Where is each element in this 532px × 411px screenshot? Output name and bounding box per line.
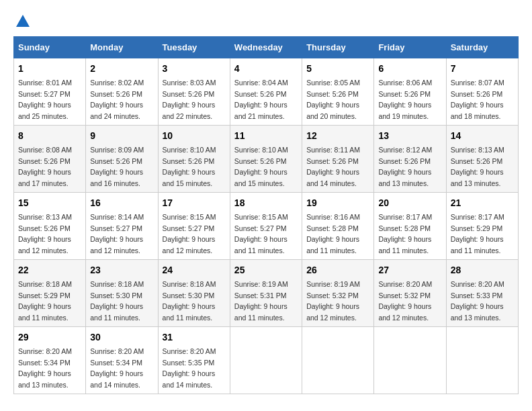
day-of-week-header: Wednesday (230, 37, 302, 58)
calendar-cell: 18 Sunrise: 8:15 AMSunset: 5:27 PMDaylig… (230, 193, 302, 260)
calendar-cell: 29 Sunrise: 8:20 AMSunset: 5:34 PMDaylig… (14, 327, 86, 394)
calendar-cell: 23 Sunrise: 8:18 AMSunset: 5:30 PMDaylig… (86, 260, 158, 327)
calendar-table: SundayMondayTuesdayWednesdayThursdayFrid… (13, 36, 519, 394)
calendar-cell: 7 Sunrise: 8:07 AMSunset: 5:26 PMDayligh… (446, 58, 518, 126)
calendar-cell: 12 Sunrise: 8:11 AMSunset: 5:26 PMDaylig… (302, 126, 374, 193)
day-info: Sunrise: 8:04 AMSunset: 5:26 PMDaylight:… (234, 79, 288, 120)
day-number: 20 (378, 196, 441, 210)
day-info: Sunrise: 8:17 AMSunset: 5:29 PMDaylight:… (451, 213, 504, 255)
day-number: 23 (90, 263, 153, 277)
calendar-cell (446, 327, 518, 394)
calendar-cell: 14 Sunrise: 8:13 AMSunset: 5:26 PMDaylig… (446, 126, 518, 193)
calendar-cell: 27 Sunrise: 8:20 AMSunset: 5:32 PMDaylig… (374, 260, 446, 327)
day-of-week-header: Sunday (14, 37, 86, 58)
day-number: 31 (163, 330, 226, 345)
calendar-cell: 22 Sunrise: 8:18 AMSunset: 5:29 PMDaylig… (14, 260, 86, 327)
logo-icon (15, 13, 31, 30)
calendar-cell: 21 Sunrise: 8:17 AMSunset: 5:29 PMDaylig… (446, 193, 518, 260)
day-number: 16 (90, 196, 153, 210)
day-number: 19 (306, 196, 369, 210)
day-number: 24 (163, 263, 226, 277)
day-info: Sunrise: 8:20 AMSunset: 5:32 PMDaylight:… (378, 280, 432, 322)
calendar-week-row: 22 Sunrise: 8:18 AMSunset: 5:29 PMDaylig… (14, 260, 519, 327)
day-header-row: SundayMondayTuesdayWednesdayThursdayFrid… (14, 37, 519, 58)
day-info: Sunrise: 8:08 AMSunset: 5:26 PMDaylight:… (18, 146, 72, 187)
calendar-cell: 2 Sunrise: 8:02 AMSunset: 5:26 PMDayligh… (86, 58, 158, 126)
day-info: Sunrise: 8:11 AMSunset: 5:26 PMDaylight:… (306, 146, 360, 187)
calendar-cell: 16 Sunrise: 8:14 AMSunset: 5:27 PMDaylig… (86, 193, 158, 260)
day-info: Sunrise: 8:20 AMSunset: 5:35 PMDaylight:… (163, 347, 216, 389)
calendar-cell: 3 Sunrise: 8:03 AMSunset: 5:26 PMDayligh… (158, 58, 230, 126)
day-info: Sunrise: 8:15 AMSunset: 5:27 PMDaylight:… (234, 213, 288, 255)
calendar-cell: 15 Sunrise: 8:13 AMSunset: 5:26 PMDaylig… (14, 193, 86, 260)
calendar-cell: 9 Sunrise: 8:09 AMSunset: 5:26 PMDayligh… (86, 126, 158, 193)
day-number: 29 (18, 330, 81, 345)
day-info: Sunrise: 8:20 AMSunset: 5:33 PMDaylight:… (451, 280, 504, 322)
day-info: Sunrise: 8:06 AMSunset: 5:26 PMDaylight:… (378, 79, 432, 120)
day-number: 22 (18, 263, 81, 277)
day-number: 18 (234, 196, 298, 210)
day-info: Sunrise: 8:19 AMSunset: 5:32 PMDaylight:… (306, 280, 360, 322)
calendar-cell (230, 327, 302, 394)
day-of-week-header: Saturday (446, 37, 518, 58)
calendar-week-row: 8 Sunrise: 8:08 AMSunset: 5:26 PMDayligh… (14, 126, 519, 193)
calendar-cell: 11 Sunrise: 8:10 AMSunset: 5:26 PMDaylig… (230, 126, 302, 193)
day-number: 11 (234, 129, 298, 143)
day-number: 3 (163, 62, 226, 76)
calendar-cell: 19 Sunrise: 8:16 AMSunset: 5:28 PMDaylig… (302, 193, 374, 260)
day-info: Sunrise: 8:12 AMSunset: 5:26 PMDaylight:… (378, 146, 432, 187)
day-number: 1 (18, 62, 81, 76)
calendar-cell: 6 Sunrise: 8:06 AMSunset: 5:26 PMDayligh… (374, 58, 446, 126)
calendar-cell: 10 Sunrise: 8:10 AMSunset: 5:26 PMDaylig… (158, 126, 230, 193)
calendar-cell: 5 Sunrise: 8:05 AMSunset: 5:26 PMDayligh… (302, 58, 374, 126)
calendar-cell: 13 Sunrise: 8:12 AMSunset: 5:26 PMDaylig… (374, 126, 446, 193)
day-number: 5 (306, 62, 369, 76)
day-of-week-header: Thursday (302, 37, 374, 58)
day-number: 8 (18, 129, 81, 143)
day-info: Sunrise: 8:18 AMSunset: 5:30 PMDaylight:… (163, 280, 216, 322)
day-number: 12 (306, 129, 369, 143)
day-of-week-header: Monday (86, 37, 158, 58)
day-number: 13 (378, 129, 441, 143)
day-info: Sunrise: 8:13 AMSunset: 5:26 PMDaylight:… (18, 213, 72, 255)
calendar-cell (374, 327, 446, 394)
calendar-cell: 30 Sunrise: 8:20 AMSunset: 5:34 PMDaylig… (86, 327, 158, 394)
day-info: Sunrise: 8:14 AMSunset: 5:27 PMDaylight:… (90, 213, 144, 255)
calendar-cell: 25 Sunrise: 8:19 AMSunset: 5:31 PMDaylig… (230, 260, 302, 327)
day-info: Sunrise: 8:10 AMSunset: 5:26 PMDaylight:… (163, 146, 216, 187)
calendar-cell: 1 Sunrise: 8:01 AMSunset: 5:27 PMDayligh… (14, 58, 86, 126)
day-number: 26 (306, 263, 369, 277)
calendar-week-row: 29 Sunrise: 8:20 AMSunset: 5:34 PMDaylig… (14, 327, 519, 394)
day-number: 14 (451, 129, 514, 143)
day-info: Sunrise: 8:15 AMSunset: 5:27 PMDaylight:… (163, 213, 216, 255)
calendar-cell: 4 Sunrise: 8:04 AMSunset: 5:26 PMDayligh… (230, 58, 302, 126)
day-info: Sunrise: 8:03 AMSunset: 5:26 PMDaylight:… (163, 79, 216, 120)
day-info: Sunrise: 8:01 AMSunset: 5:27 PMDaylight:… (18, 79, 72, 120)
day-number: 28 (451, 263, 514, 277)
calendar-cell: 26 Sunrise: 8:19 AMSunset: 5:32 PMDaylig… (302, 260, 374, 327)
calendar-cell: 17 Sunrise: 8:15 AMSunset: 5:27 PMDaylig… (158, 193, 230, 260)
calendar-cell: 8 Sunrise: 8:08 AMSunset: 5:26 PMDayligh… (14, 126, 86, 193)
day-info: Sunrise: 8:17 AMSunset: 5:28 PMDaylight:… (378, 213, 432, 255)
day-info: Sunrise: 8:19 AMSunset: 5:31 PMDaylight:… (234, 280, 288, 322)
day-info: Sunrise: 8:18 AMSunset: 5:29 PMDaylight:… (18, 280, 72, 322)
logo (13, 13, 31, 30)
day-info: Sunrise: 8:20 AMSunset: 5:34 PMDaylight:… (18, 347, 72, 389)
calendar-cell: 31 Sunrise: 8:20 AMSunset: 5:35 PMDaylig… (158, 327, 230, 394)
day-info: Sunrise: 8:09 AMSunset: 5:26 PMDaylight:… (90, 146, 144, 187)
day-number: 6 (378, 62, 441, 76)
day-number: 21 (451, 196, 514, 210)
day-number: 15 (18, 196, 81, 210)
day-of-week-header: Tuesday (158, 37, 230, 58)
day-info: Sunrise: 8:13 AMSunset: 5:26 PMDaylight:… (451, 146, 504, 187)
day-number: 27 (378, 263, 441, 277)
calendar-cell: 24 Sunrise: 8:18 AMSunset: 5:30 PMDaylig… (158, 260, 230, 327)
day-info: Sunrise: 8:16 AMSunset: 5:28 PMDaylight:… (306, 213, 360, 255)
header (13, 13, 519, 30)
day-number: 30 (90, 330, 153, 345)
calendar-week-row: 15 Sunrise: 8:13 AMSunset: 5:26 PMDaylig… (14, 193, 519, 260)
day-number: 17 (163, 196, 226, 210)
svg-marker-0 (16, 15, 30, 27)
day-info: Sunrise: 8:05 AMSunset: 5:26 PMDaylight:… (306, 79, 360, 120)
calendar-cell (302, 327, 374, 394)
